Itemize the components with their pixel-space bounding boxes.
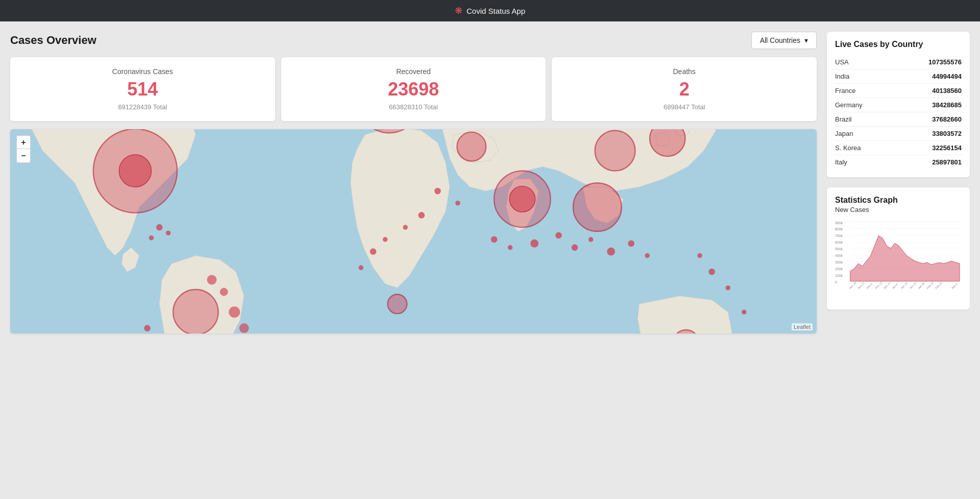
svg-marker-80 (850, 235, 960, 281)
svg-point-25 (455, 201, 460, 205)
country-row[interactable]: Germany38428685 (835, 98, 962, 112)
svg-text:500k: 500k (835, 247, 843, 251)
svg-point-59 (149, 235, 154, 240)
svg-point-42 (144, 325, 151, 331)
country-cases: 33803572 (932, 130, 962, 137)
svg-point-2 (119, 155, 151, 187)
map-container[interactable]: + − (10, 129, 817, 334)
title-row: Cases Overview All Countries ▾ (10, 32, 817, 49)
main-layout: Cases Overview All Countries ▾ Coronavir… (0, 21, 980, 344)
country-row[interactable]: Brazil37682660 (835, 112, 962, 127)
country-name: Brazil (835, 115, 852, 123)
dropdown-label: All Countries (760, 36, 800, 44)
svg-point-35 (418, 212, 425, 219)
svg-point-36 (403, 225, 407, 229)
stat-total-cases: 691228439 Total (118, 103, 167, 111)
country-name: India (835, 73, 849, 80)
svg-text:Dec 21: Dec 21 (883, 281, 891, 290)
svg-point-58 (166, 230, 170, 235)
svg-text:0: 0 (835, 280, 837, 284)
svg-text:300k: 300k (835, 260, 843, 264)
svg-point-13 (595, 131, 635, 171)
svg-point-37 (383, 237, 387, 242)
svg-point-57 (156, 224, 163, 231)
svg-point-51 (697, 253, 702, 258)
stat-value-cases: 514 (127, 79, 158, 100)
stats-graph-panel: Statistics Graph New Cases 900k 800k 700… (827, 187, 970, 310)
svg-point-18 (387, 294, 407, 314)
svg-text:Feb 15: Feb 15 (926, 281, 934, 290)
svg-text:Jan 22: Jan 22 (909, 281, 917, 290)
country-name: Japan (835, 130, 853, 137)
country-dropdown[interactable]: All Countries ▾ (751, 32, 817, 49)
country-cases: 32256154 (932, 144, 962, 152)
country-row[interactable]: France40138560 (835, 84, 962, 98)
dropdown-arrow: ▾ (804, 36, 808, 44)
svg-text:Nov 27: Nov 27 (857, 281, 865, 290)
stat-value-recovered: 23698 (388, 79, 439, 100)
country-cases: 38428685 (932, 101, 962, 109)
svg-point-49 (239, 323, 249, 333)
stat-value-deaths: 2 (679, 79, 690, 100)
country-cases: 44994494 (932, 73, 962, 80)
country-name: Italy (835, 158, 847, 166)
svg-point-24 (434, 188, 441, 195)
zoom-in-button[interactable]: + (17, 136, 30, 149)
world-map (10, 129, 817, 334)
svg-text:Jan 6: Jan 6 (892, 282, 899, 290)
stat-total-recovered: 663828310 Total (389, 103, 438, 111)
covid-icon: ❋ (455, 5, 462, 16)
stats-graph-title: Statistics Graph (835, 196, 962, 205)
country-name: S. Korea (835, 144, 861, 152)
svg-text:Mar 3: Mar 3 (951, 282, 958, 290)
right-sidebar: Live Cases by Country USA107355576India4… (827, 32, 970, 334)
svg-text:Jan 30: Jan 30 (917, 281, 925, 290)
svg-text:800k: 800k (835, 227, 843, 231)
country-row[interactable]: Italy25897801 (835, 155, 962, 169)
svg-text:Dec 13: Dec 13 (874, 281, 883, 290)
svg-point-12 (509, 186, 535, 212)
zoom-controls: + − (16, 135, 31, 163)
svg-point-48 (229, 306, 240, 318)
svg-point-53 (725, 286, 730, 290)
stats-graph-subtitle: New Cases (835, 206, 962, 213)
svg-point-52 (708, 269, 715, 275)
country-cases: 107355576 (928, 58, 962, 66)
svg-point-28 (530, 240, 538, 248)
svg-point-3 (173, 290, 218, 334)
live-cases-scroll[interactable]: USA107355576India44994494France40138560G… (835, 55, 962, 169)
svg-point-26 (491, 236, 498, 243)
svg-point-46 (207, 275, 217, 284)
page-title: Cases Overview (10, 34, 96, 47)
svg-text:Dec 5: Dec 5 (866, 282, 873, 290)
country-cases: 37682660 (932, 115, 962, 123)
country-cases: 25897801 (932, 158, 962, 166)
svg-text:Nov 19: Nov 19 (848, 281, 856, 290)
svg-point-39 (359, 265, 363, 270)
country-cases: 40138560 (932, 87, 962, 94)
leaflet-label: Leaflet (792, 323, 813, 330)
svg-text:600k: 600k (835, 241, 843, 244)
live-cases-panel: Live Cases by Country USA107355576India4… (827, 32, 970, 177)
svg-point-30 (572, 244, 578, 251)
svg-point-16 (457, 132, 486, 161)
svg-point-34 (645, 253, 649, 258)
svg-point-27 (508, 245, 512, 250)
svg-text:Jan 14: Jan 14 (900, 281, 908, 290)
svg-text:Feb 23: Feb 23 (935, 281, 943, 290)
country-row[interactable]: India44994494 (835, 69, 962, 84)
stats-row: Coronavirus Cases 514 691228439 Total Re… (10, 57, 817, 121)
country-row[interactable]: USA107355576 (835, 55, 962, 69)
svg-text:900k: 900k (835, 221, 843, 225)
zoom-out-button[interactable]: − (17, 149, 30, 162)
svg-point-38 (370, 248, 377, 255)
left-content: Cases Overview All Countries ▾ Coronavir… (10, 32, 817, 334)
country-row[interactable]: Japan33803572 (835, 127, 962, 141)
svg-point-54 (742, 310, 746, 314)
stat-label-recovered: Recovered (396, 67, 431, 76)
country-row[interactable]: S. Korea32256154 (835, 141, 962, 155)
country-name: USA (835, 58, 849, 66)
stat-card-recovered: Recovered 23698 663828310 Total (281, 57, 546, 121)
svg-point-47 (220, 288, 228, 296)
svg-text:400k: 400k (835, 254, 843, 257)
